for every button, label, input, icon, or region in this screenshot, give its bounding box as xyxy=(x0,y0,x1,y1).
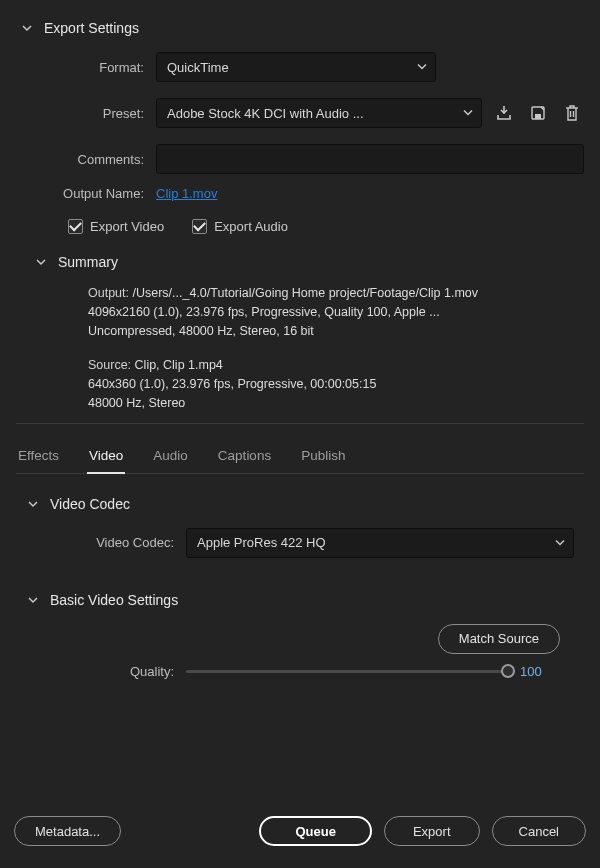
basic-video-header[interactable]: Basic Video Settings xyxy=(16,566,584,616)
quality-value[interactable]: 100 xyxy=(520,664,560,679)
import-preset-icon[interactable] xyxy=(492,101,516,125)
export-audio-checkbox[interactable]: Export Audio xyxy=(192,219,288,234)
quality-slider[interactable] xyxy=(186,670,508,673)
tab-captions[interactable]: Captions xyxy=(216,448,273,473)
basic-video-title: Basic Video Settings xyxy=(50,592,178,608)
queue-button[interactable]: Queue xyxy=(259,816,371,846)
export-audio-label: Export Audio xyxy=(214,219,288,234)
video-codec-label: Video Codec: xyxy=(16,535,186,550)
preset-value: Adobe Stock 4K DCI with Audio ... xyxy=(167,106,364,121)
quality-label: Quality: xyxy=(16,664,186,679)
format-value: QuickTime xyxy=(167,60,229,75)
chevron-down-icon xyxy=(34,255,48,269)
metadata-button[interactable]: Metadata... xyxy=(14,816,121,846)
chevron-down-icon xyxy=(20,21,34,35)
svg-rect-1 xyxy=(535,114,541,119)
tab-publish[interactable]: Publish xyxy=(299,448,347,473)
slider-thumb-icon[interactable] xyxy=(501,664,515,678)
output-name-label: Output Name: xyxy=(16,186,156,201)
delete-preset-icon[interactable] xyxy=(560,101,584,125)
settings-tabs: Effects Video Audio Captions Publish xyxy=(16,440,584,474)
chevron-down-icon xyxy=(463,106,473,121)
chevron-down-icon xyxy=(26,593,40,607)
tab-effects[interactable]: Effects xyxy=(16,448,61,473)
summary-header[interactable]: Summary xyxy=(34,244,584,278)
video-codec-value: Apple ProRes 422 HQ xyxy=(197,535,326,550)
export-settings-header[interactable]: Export Settings xyxy=(16,10,584,44)
summary-output-label: Output: xyxy=(88,286,129,300)
summary-output-line1: /Users/..._4.0/Tutorial/Going Home proje… xyxy=(132,286,478,300)
chevron-down-icon xyxy=(555,535,565,550)
summary-source-line2: 640x360 (1.0), 23.976 fps, Progressive, … xyxy=(88,377,376,391)
export-settings-title: Export Settings xyxy=(44,20,139,36)
preset-label: Preset: xyxy=(16,106,156,121)
export-video-checkbox[interactable]: Export Video xyxy=(68,219,164,234)
checkmark-icon xyxy=(68,219,83,234)
format-label: Format: xyxy=(16,60,156,75)
export-button[interactable]: Export xyxy=(384,816,480,846)
summary-title: Summary xyxy=(58,254,118,270)
chevron-down-icon xyxy=(26,497,40,511)
summary-output: Output: /Users/..._4.0/Tutorial/Going Ho… xyxy=(16,278,584,423)
tab-audio[interactable]: Audio xyxy=(151,448,190,473)
video-codec-select[interactable]: Apple ProRes 422 HQ xyxy=(186,528,574,558)
comments-input[interactable] xyxy=(156,144,584,174)
match-source-button[interactable]: Match Source xyxy=(438,624,560,654)
cancel-button[interactable]: Cancel xyxy=(492,816,586,846)
summary-source-line3: 48000 Hz, Stereo xyxy=(88,396,185,410)
footer-bar: Metadata... Queue Export Cancel xyxy=(0,804,600,868)
chevron-down-icon xyxy=(417,60,427,75)
video-codec-title: Video Codec xyxy=(50,496,130,512)
summary-output-line2: 4096x2160 (1.0), 23.976 fps, Progressive… xyxy=(88,305,440,319)
save-preset-icon[interactable] xyxy=(526,101,550,125)
output-name-link[interactable]: Clip 1.mov xyxy=(156,186,217,201)
checkmark-icon xyxy=(192,219,207,234)
tab-video[interactable]: Video xyxy=(87,448,125,474)
preset-select[interactable]: Adobe Stock 4K DCI with Audio ... xyxy=(156,98,482,128)
summary-source-line1: Clip, Clip 1.mp4 xyxy=(135,358,223,372)
comments-label: Comments: xyxy=(16,152,156,167)
format-select[interactable]: QuickTime xyxy=(156,52,436,82)
summary-output-line3: Uncompressed, 48000 Hz, Stereo, 16 bit xyxy=(88,324,314,338)
video-codec-header[interactable]: Video Codec xyxy=(16,474,584,520)
export-video-label: Export Video xyxy=(90,219,164,234)
summary-source-label: Source: xyxy=(88,358,131,372)
